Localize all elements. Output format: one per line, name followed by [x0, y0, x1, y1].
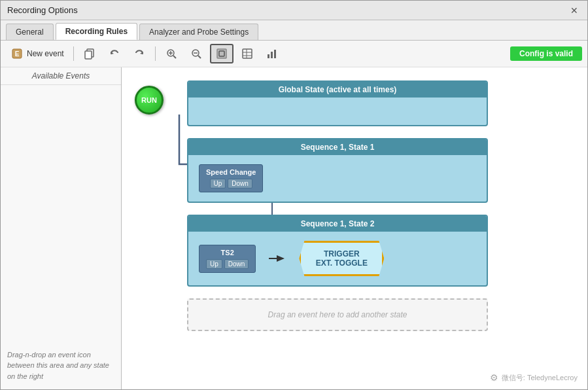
table-view-button[interactable] [236, 44, 258, 63]
run-button[interactable]: RUN [135, 86, 164, 115]
tabs-bar: General Recording Rules Analyzer and Pro… [1, 20, 587, 41]
svg-text:E: E [15, 50, 20, 58]
chart-icon [266, 47, 279, 60]
trigger-line2: EXT. TOGGLE [316, 258, 368, 268]
seq1-state1-block[interactable]: Sequence 1, State 1 Speed Change Up Down [187, 138, 488, 203]
global-state-title: Global State (active at all times) [188, 82, 487, 98]
copy-icon [83, 47, 96, 60]
arrow-ts2-trigger [268, 252, 287, 265]
speed-change-down-btn[interactable]: Down [228, 179, 252, 188]
ts2-up-btn[interactable]: Up [206, 259, 222, 269]
available-events-label: Available Events [1, 67, 121, 85]
svg-rect-3 [85, 51, 92, 59]
undo-icon [108, 47, 121, 60]
svg-line-5 [173, 56, 176, 58]
trigger-line1: TRIGGER [324, 249, 360, 258]
speed-change-name: Speed Change [206, 168, 256, 176]
redo-icon [133, 47, 146, 60]
redo-button[interactable] [128, 44, 150, 63]
seq1-state1-body: Speed Change Up Down [188, 155, 487, 202]
close-button[interactable]: ✕ [568, 4, 581, 17]
tab-recording-rules[interactable]: Recording Rules [56, 23, 137, 40]
fit-view-icon [215, 47, 228, 60]
svg-rect-18 [271, 52, 273, 58]
tab-analyzer-probe[interactable]: Analyzer and Probe Settings [139, 24, 258, 40]
main-window: Recording Options ✕ General Recording Ru… [0, 0, 588, 390]
watermark-icon: ⚙ [490, 372, 498, 383]
undo-button[interactable] [103, 44, 126, 63]
ts2-name: TS2 [221, 249, 234, 257]
svg-rect-13 [243, 49, 252, 58]
ts2-down-btn[interactable]: Down [224, 259, 249, 269]
sidebar-hint: Drag-n-drop an event icon between this a… [1, 342, 121, 390]
watermark: ⚙ 微信号: TeledyneLecroy [490, 372, 578, 383]
canvas-area: RUN Global State (active a [122, 67, 587, 389]
drag-drop-hint: Drag an event here to add another state [187, 298, 488, 331]
speed-change-up-btn[interactable]: Up [210, 179, 226, 188]
seq1-state2-block[interactable]: Sequence 1, State 2 TS2 Up Down [187, 215, 488, 287]
window-title: Recording Options [7, 5, 78, 15]
zoom-in-icon [165, 47, 178, 60]
toolbar: E New event [1, 41, 587, 67]
speed-change-btns: Up Down [210, 179, 252, 188]
title-bar: Recording Options ✕ [1, 1, 587, 20]
chart-button[interactable] [261, 44, 283, 63]
svg-rect-19 [274, 50, 276, 58]
svg-rect-17 [268, 54, 269, 58]
new-event-label: New event [27, 49, 64, 58]
new-event-button[interactable]: E New event [6, 44, 69, 63]
separator-1 [73, 46, 74, 61]
global-state-body [188, 98, 487, 125]
global-state-block[interactable]: Global State (active at all times) [187, 80, 488, 126]
sidebar: Available Events Drag-n-drop an event ic… [1, 67, 122, 389]
zoom-out-icon [190, 47, 203, 60]
speed-change-event[interactable]: Speed Change Up Down [199, 164, 263, 192]
new-event-icon: E [10, 47, 24, 60]
fit-view-button[interactable] [210, 44, 233, 63]
tab-general[interactable]: General [6, 24, 54, 40]
trigger-ext-toggle-box[interactable]: TRIGGER EXT. TOGGLE [299, 241, 384, 276]
diagram-container: Global State (active at all times) Seque… [187, 80, 574, 368]
main-area: Available Events Drag-n-drop an event ic… [1, 67, 587, 389]
zoom-in-button[interactable] [160, 44, 182, 63]
separator-2 [155, 46, 156, 61]
zoom-out-button[interactable] [185, 44, 207, 63]
svg-rect-11 [217, 49, 226, 58]
ts2-event[interactable]: TS2 Up Down [199, 245, 256, 273]
seq1-state2-body: TS2 Up Down [188, 232, 487, 285]
config-valid-button[interactable]: Config is valid [510, 46, 582, 61]
table-view-icon [241, 47, 254, 60]
watermark-text: 微信号: TeledyneLecroy [502, 373, 578, 383]
seq1-state2-title: Sequence 1, State 2 [188, 216, 487, 232]
seq1-state1-title: Sequence 1, State 1 [188, 139, 487, 155]
ts2-btns: Up Down [206, 259, 249, 269]
svg-line-9 [198, 56, 201, 58]
copy-button[interactable] [78, 44, 101, 63]
